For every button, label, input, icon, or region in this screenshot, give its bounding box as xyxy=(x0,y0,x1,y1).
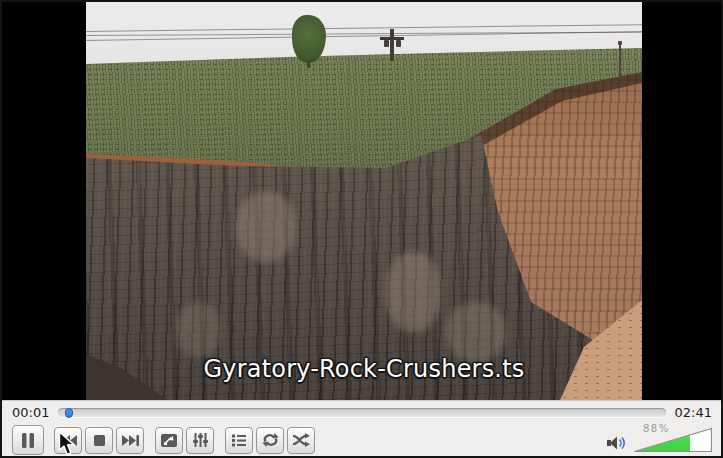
equalizer-icon xyxy=(193,433,208,447)
volume-control: 88% xyxy=(607,427,712,453)
video-display[interactable]: Gyratory-Rock-Crushers.ts xyxy=(2,2,721,400)
elapsed-time: 00:01 xyxy=(12,405,49,420)
volume-slider[interactable]: 88% xyxy=(634,427,712,452)
video-scene xyxy=(86,2,642,400)
tree-trunk xyxy=(307,60,310,68)
utility-pole xyxy=(390,29,394,61)
far-pole-top xyxy=(618,41,622,45)
video-title-overlay: Gyratory-Rock-Crushers.ts xyxy=(86,355,642,383)
media-player-window: Gyratory-Rock-Crushers.ts 00:01 02:41 xyxy=(0,0,723,458)
pause-icon xyxy=(21,433,35,448)
far-pole xyxy=(619,43,621,78)
speaker-icon[interactable] xyxy=(607,434,627,452)
skip-backward-icon xyxy=(60,435,77,446)
video-frame: Gyratory-Rock-Crushers.ts xyxy=(86,2,642,400)
previous-button[interactable] xyxy=(54,427,82,454)
extended-settings-button[interactable] xyxy=(186,427,214,454)
seek-row: 00:01 02:41 xyxy=(2,401,721,421)
transport-controls: 88% xyxy=(2,421,721,455)
volume-outline xyxy=(634,427,712,452)
total-time: 02:41 xyxy=(675,405,712,420)
pause-button[interactable] xyxy=(12,425,44,455)
repeat-icon xyxy=(262,433,279,447)
rock-highlight xyxy=(386,252,441,332)
seek-handle[interactable] xyxy=(65,408,73,418)
skip-forward-icon xyxy=(122,435,139,446)
rock-highlight xyxy=(176,302,221,357)
shuffle-button[interactable] xyxy=(287,427,315,454)
playlist-button[interactable] xyxy=(225,427,253,454)
seek-bar[interactable] xyxy=(58,408,665,417)
shuffle-icon xyxy=(293,433,310,447)
fullscreen-icon xyxy=(161,434,177,447)
transformer xyxy=(384,40,389,47)
next-button[interactable] xyxy=(116,427,144,454)
fullscreen-button[interactable] xyxy=(155,427,183,454)
rock-highlight xyxy=(446,302,506,362)
transformer xyxy=(396,40,401,47)
repeat-button[interactable] xyxy=(256,427,284,454)
stop-button[interactable] xyxy=(85,427,113,454)
rock-highlight xyxy=(236,192,296,262)
control-panel: 00:01 02:41 xyxy=(2,400,721,456)
playlist-icon xyxy=(232,434,246,447)
stop-icon xyxy=(94,435,105,446)
